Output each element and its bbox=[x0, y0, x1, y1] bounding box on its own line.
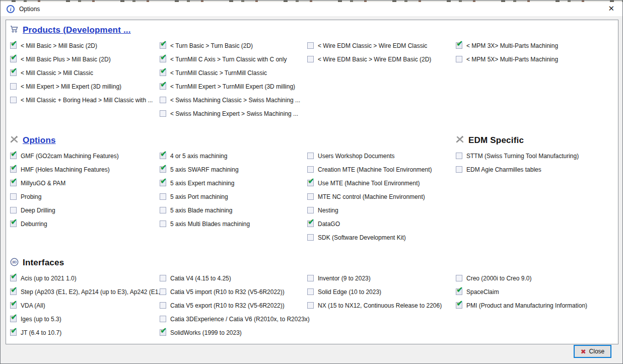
checkbox-item[interactable]: Acis (up to 2021 1.0) bbox=[10, 271, 160, 285]
checkbox-item[interactable]: < TurnMill Expert > TurnMill Expert (3D … bbox=[160, 80, 307, 93]
checkbox-item[interactable]: 5 axis Expert machining bbox=[160, 176, 307, 190]
checked-checkbox[interactable] bbox=[10, 166, 17, 173]
checkbox-item[interactable]: < MPM 5X> Multi-Parts Machining bbox=[456, 52, 618, 66]
checked-checkbox[interactable] bbox=[10, 69, 17, 76]
checkbox-item[interactable]: SolidWorks (1999 to 2023) bbox=[160, 326, 307, 339]
checkbox-item[interactable]: 4 or 5 axis machining bbox=[160, 149, 307, 163]
unchecked-checkbox[interactable] bbox=[307, 234, 314, 241]
checkbox-item[interactable]: 5 axis Multi Blades machining bbox=[160, 217, 307, 231]
checkbox-item[interactable]: Catia V4 (4.15 to 4.25) bbox=[160, 271, 307, 285]
checked-checkbox[interactable] bbox=[160, 329, 166, 336]
checked-checkbox[interactable] bbox=[160, 180, 166, 186]
checkbox-item[interactable]: HMF (Holes Machining Features) bbox=[10, 163, 160, 176]
unchecked-checkbox[interactable] bbox=[307, 56, 314, 62]
unchecked-checkbox[interactable] bbox=[307, 302, 314, 309]
unchecked-checkbox[interactable] bbox=[160, 193, 166, 200]
checkbox-item[interactable]: GMF (GO2cam Machining Features) bbox=[10, 149, 160, 163]
close-button[interactable]: ✖ Close bbox=[574, 345, 611, 358]
unchecked-checkbox[interactable] bbox=[160, 110, 166, 117]
unchecked-checkbox[interactable] bbox=[160, 288, 166, 295]
checkbox-item[interactable]: Deep Drilling bbox=[10, 203, 160, 217]
checked-checkbox[interactable] bbox=[10, 42, 17, 49]
checked-checkbox[interactable] bbox=[160, 166, 166, 173]
checked-checkbox[interactable] bbox=[456, 42, 462, 49]
checkbox-item[interactable]: Solid Edge (10 to 2023) bbox=[307, 285, 456, 299]
checkbox-item[interactable]: < Mill Expert > Mill Expert (3D milling) bbox=[10, 80, 160, 93]
checkbox-item[interactable]: PMI (Product and Manufacturing Informati… bbox=[456, 299, 618, 312]
unchecked-checkbox[interactable] bbox=[160, 97, 166, 103]
unchecked-checkbox[interactable] bbox=[307, 166, 314, 173]
unchecked-checkbox[interactable] bbox=[10, 207, 17, 213]
unchecked-checkbox[interactable] bbox=[307, 42, 314, 49]
checkbox-item[interactable]: < Wire EDM Basic > Wire EDM Basic (2D) bbox=[307, 52, 456, 66]
unchecked-checkbox[interactable] bbox=[160, 316, 166, 322]
checked-checkbox[interactable] bbox=[10, 153, 17, 159]
checkbox-item[interactable]: JT (6.4 to 10.7) bbox=[10, 326, 160, 339]
checkbox-item[interactable]: EDM Agie Charmilles tables bbox=[456, 163, 618, 176]
checkbox-item[interactable]: Nesting bbox=[307, 203, 456, 217]
checkbox-item[interactable]: < Mill Basic > Mill Basic (2D) bbox=[10, 39, 160, 52]
checkbox-item[interactable]: DataGO bbox=[307, 217, 456, 231]
checked-checkbox[interactable] bbox=[307, 221, 314, 227]
checkbox-item[interactable]: Use MTE (Machine Tool Environment) bbox=[307, 176, 456, 190]
unchecked-checkbox[interactable] bbox=[307, 153, 314, 159]
checkbox-item[interactable]: < Mill Classic + Boring Head > Mill Clas… bbox=[10, 93, 160, 107]
checkbox-item[interactable]: Creo (2000i to Creo 9.0) bbox=[456, 271, 618, 285]
checkbox-item[interactable]: < TurnMill Classic > TurnMill Classic bbox=[160, 66, 307, 80]
checkbox-item[interactable]: Creation MTE (Machine Tool Environment) bbox=[307, 163, 456, 176]
options-section-title[interactable]: Options bbox=[23, 135, 56, 145]
unchecked-checkbox[interactable] bbox=[307, 275, 314, 281]
unchecked-checkbox[interactable] bbox=[456, 275, 462, 281]
checked-checkbox[interactable] bbox=[160, 153, 166, 159]
checked-checkbox[interactable] bbox=[10, 221, 17, 227]
checked-checkbox[interactable] bbox=[160, 56, 166, 62]
checked-checkbox[interactable] bbox=[10, 180, 17, 186]
checked-checkbox[interactable] bbox=[307, 180, 314, 186]
checkbox-item[interactable]: STTM (Swiss Turning Tool Manufacturing) bbox=[456, 149, 618, 163]
checkbox-item[interactable]: NX (15 to NX12, Continuous Release to 22… bbox=[307, 299, 456, 312]
unchecked-checkbox[interactable] bbox=[456, 166, 462, 173]
unchecked-checkbox[interactable] bbox=[160, 302, 166, 309]
checkbox-item[interactable]: < Swiss Machining Classic > Swiss Machin… bbox=[160, 93, 307, 107]
checked-checkbox[interactable] bbox=[456, 288, 462, 295]
checked-checkbox[interactable] bbox=[160, 83, 166, 90]
checkbox-item[interactable]: VDA (All) bbox=[10, 299, 160, 312]
window-close-icon[interactable]: ✕ bbox=[608, 2, 614, 15]
unchecked-checkbox[interactable] bbox=[10, 193, 17, 200]
checkbox-item[interactable]: Catia V5 import (R10 to R32 (V5-6R2022)) bbox=[160, 285, 307, 299]
unchecked-checkbox[interactable] bbox=[10, 97, 17, 103]
checked-checkbox[interactable] bbox=[10, 56, 17, 62]
unchecked-checkbox[interactable] bbox=[160, 207, 166, 213]
checkbox-item[interactable]: Probing bbox=[10, 190, 160, 203]
checkbox-item[interactable]: MillyuGO & PAM bbox=[10, 176, 160, 190]
checked-checkbox[interactable] bbox=[10, 316, 17, 322]
checked-checkbox[interactable] bbox=[10, 302, 17, 309]
checkbox-item[interactable]: < Mill Basic Plus > Mill Basic (2D) bbox=[10, 52, 160, 66]
checkbox-item[interactable]: Catia 3DExperience / Catia V6 (R2010x, t… bbox=[160, 312, 307, 326]
checked-checkbox[interactable] bbox=[160, 42, 166, 49]
checkbox-item[interactable]: 5 axis SWARF machining bbox=[160, 163, 307, 176]
checkbox-item[interactable]: Step (Ap203 (E1, E2), Ap214 (up to E3), … bbox=[10, 285, 160, 299]
checked-checkbox[interactable] bbox=[456, 302, 462, 309]
checkbox-item[interactable]: Iges (up to 5.3) bbox=[10, 312, 160, 326]
checked-checkbox[interactable] bbox=[10, 329, 17, 336]
unchecked-checkbox[interactable] bbox=[456, 56, 462, 62]
checked-checkbox[interactable] bbox=[10, 275, 17, 281]
checkbox-item[interactable]: SpaceClaim bbox=[456, 285, 618, 299]
checkbox-item[interactable]: Catia V5 export (R10 to R32 (V5-6R2022)) bbox=[160, 299, 307, 312]
unchecked-checkbox[interactable] bbox=[307, 207, 314, 213]
checkbox-item[interactable]: < TurnMill C Axis > Turn Classic with C … bbox=[160, 52, 307, 66]
checkbox-item[interactable]: 5 axis Blade machining bbox=[160, 203, 307, 217]
checkbox-item[interactable]: < Mill Classic > Mill Classic bbox=[10, 66, 160, 80]
checkbox-item[interactable]: 5 axis Port machining bbox=[160, 190, 307, 203]
unchecked-checkbox[interactable] bbox=[307, 193, 314, 200]
checkbox-item[interactable]: < Swiss Machining Expert > Swiss Machini… bbox=[160, 107, 307, 120]
checkbox-item[interactable]: < Turn Basic > Turn Basic (2D) bbox=[160, 39, 307, 52]
checked-checkbox[interactable] bbox=[160, 69, 166, 76]
checkbox-item[interactable]: Inventor (9 to 2023) bbox=[307, 271, 456, 285]
checkbox-item[interactable]: MTE NC control (Machine Environment) bbox=[307, 190, 456, 203]
checked-checkbox[interactable] bbox=[10, 288, 17, 295]
unchecked-checkbox[interactable] bbox=[307, 288, 314, 295]
checkbox-item[interactable]: Deburring bbox=[10, 217, 160, 231]
unchecked-checkbox[interactable] bbox=[10, 83, 17, 90]
